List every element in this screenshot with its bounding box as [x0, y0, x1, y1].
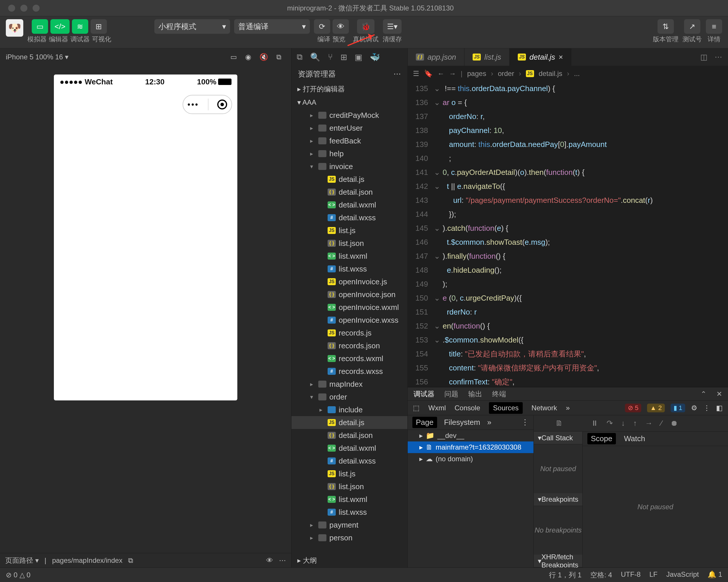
folder-item[interactable]: ▾invoice: [291, 160, 407, 173]
tree-icon[interactable]: ☰: [413, 70, 419, 78]
device-select[interactable]: iPhone 5 100% 16 ▾: [6, 53, 69, 61]
file-item[interactable]: JSdetail.js: [291, 416, 407, 429]
folder-item[interactable]: ▸feedBack: [291, 134, 407, 147]
source-tree-item[interactable]: ▸🗎mainframe?t=16328030308: [408, 441, 534, 453]
menu-icon[interactable]: •••: [187, 100, 199, 109]
tab-visual[interactable]: 可视化: [92, 35, 111, 44]
filesystem-tab[interactable]: Filesystem: [444, 418, 480, 427]
mode-select[interactable]: 小程序模式▾: [154, 19, 230, 34]
scope-tab[interactable]: Scope: [587, 433, 616, 444]
file-item[interactable]: JSlist.js: [291, 467, 407, 480]
bookmark-icon[interactable]: 🔖: [424, 70, 433, 78]
mute-icon[interactable]: 🔇: [259, 53, 268, 61]
editor-tab[interactable]: JSlist.js: [465, 48, 510, 66]
root-section[interactable]: ▾ AAA: [291, 96, 407, 109]
devtab-debugger[interactable]: 调试器: [414, 389, 435, 399]
branch-icon[interactable]: ⑂: [328, 52, 333, 62]
tab-editor[interactable]: 编辑器: [49, 35, 68, 44]
problems-count[interactable]: ⊘ 0 △ 0: [6, 571, 31, 579]
deactivate-bp-icon[interactable]: ⁄: [661, 419, 662, 428]
page-tab[interactable]: Page: [412, 417, 437, 428]
details-button[interactable]: ≡: [706, 19, 722, 34]
folder-item[interactable]: ▸person: [291, 531, 407, 544]
file-item[interactable]: { }openInvoice.json: [291, 288, 407, 301]
file-item[interactable]: { }list.json: [291, 237, 407, 250]
preview-button[interactable]: 👁: [333, 19, 349, 34]
more-icon[interactable]: »: [487, 418, 491, 427]
language[interactable]: JavaScript: [666, 570, 699, 580]
code-editor[interactable]: 135⌄ !== this.orderData.payChannel) {136…: [408, 82, 728, 387]
pause-icon[interactable]: ⏸: [591, 419, 598, 428]
path-label[interactable]: 页面路径 ▾: [5, 556, 39, 565]
indent[interactable]: 空格: 4: [590, 570, 612, 580]
more-tools-icon[interactable]: »: [566, 404, 570, 412]
capsule-button[interactable]: •••: [183, 95, 232, 114]
bell-icon[interactable]: 🔔 1: [708, 570, 722, 580]
file-item[interactable]: #detail.wxss: [291, 211, 407, 224]
tool-network[interactable]: Network: [531, 404, 557, 412]
clear-cache-button[interactable]: ☰▾: [383, 19, 401, 34]
tab-more-icon[interactable]: ⋯: [714, 53, 722, 62]
eol[interactable]: LF: [649, 570, 657, 580]
compile-select[interactable]: 普通编译▾: [234, 19, 310, 34]
docker-icon[interactable]: 🐳: [370, 52, 380, 62]
xhr-header[interactable]: ▾ XHR/fetch Breakpoints: [534, 555, 582, 567]
error-badge[interactable]: ⊘ 5: [625, 404, 641, 412]
folder-item[interactable]: ▸payment: [291, 519, 407, 531]
step-into-icon[interactable]: ↓: [621, 419, 625, 428]
more-icon[interactable]: ⋯: [279, 556, 286, 564]
file-item[interactable]: < >list.wxml: [291, 250, 407, 262]
folder-item[interactable]: ▸mapIndex: [291, 378, 407, 390]
source-tree-item[interactable]: ▸☁(no domain): [408, 453, 534, 465]
cursor-pos[interactable]: 行 1，列 1: [549, 570, 581, 580]
file-item[interactable]: JSlist.js: [291, 224, 407, 237]
tool-wxml[interactable]: Wxml: [428, 404, 446, 412]
box-icon[interactable]: ▣: [355, 52, 362, 62]
tab-debugger[interactable]: 调试器: [71, 35, 90, 44]
fwd-icon[interactable]: →: [449, 70, 456, 78]
editor-tab[interactable]: JSdetail.js×: [510, 48, 571, 66]
close-tab-icon[interactable]: ×: [558, 53, 563, 62]
folder-item[interactable]: ▾order: [291, 390, 407, 403]
callstack-header[interactable]: ▾ Call Stack: [534, 432, 582, 444]
simulator-toggle[interactable]: ▭: [32, 19, 48, 34]
file-item[interactable]: #records.wxss: [291, 365, 407, 378]
minimize-window-icon[interactable]: [20, 5, 27, 11]
info-badge[interactable]: ▮ 1: [671, 404, 685, 412]
chevron-up-icon[interactable]: ⌃: [701, 390, 706, 398]
open-editors-section[interactable]: ▸ 打开的编辑器: [291, 82, 407, 96]
file-icon[interactable]: 🗎: [555, 419, 563, 428]
back-icon[interactable]: ←: [437, 70, 444, 78]
file-item[interactable]: < >detail.wxml: [291, 442, 407, 454]
file-item[interactable]: { }records.json: [291, 339, 407, 352]
files-icon[interactable]: ⧉: [297, 52, 303, 62]
debugger-toggle[interactable]: ≋: [72, 19, 88, 34]
folder-item[interactable]: ▸include: [291, 403, 407, 416]
visual-toggle[interactable]: ⊞: [90, 19, 107, 34]
watch-tab[interactable]: Watch: [624, 434, 645, 443]
copy-icon[interactable]: ⧉: [128, 556, 133, 564]
gear-icon[interactable]: ⚙: [691, 404, 697, 412]
file-item[interactable]: JSopenInvoice.js: [291, 275, 407, 288]
dock-icon[interactable]: ◧: [716, 404, 723, 412]
tab-simulator[interactable]: 模拟器: [27, 35, 47, 44]
pause-exc-icon[interactable]: ⏺: [670, 419, 678, 428]
editor-tab[interactable]: { }app.json: [408, 48, 465, 66]
file-item[interactable]: JSdetail.js: [291, 173, 407, 186]
file-item[interactable]: #list.wxss: [291, 262, 407, 275]
file-item[interactable]: < >records.wxml: [291, 352, 407, 365]
project-avatar[interactable]: 🐶: [6, 19, 23, 37]
sim-icon[interactable]: ▭: [230, 53, 237, 61]
search-icon[interactable]: 🔍: [310, 52, 320, 62]
step-over-icon[interactable]: ↷: [606, 419, 613, 428]
folder-item[interactable]: ▸creditPayMock: [291, 109, 407, 122]
zoom-window-icon[interactable]: [33, 5, 40, 11]
file-item[interactable]: { }detail.json: [291, 429, 407, 442]
test-account-button[interactable]: ↗: [684, 19, 700, 34]
breadcrumb[interactable]: ☰ 🔖 ← → | pages› order› JSdetail.js› ...: [408, 66, 728, 82]
file-item[interactable]: { }detail.json: [291, 186, 407, 198]
outline-section[interactable]: ▸ 大纲: [291, 553, 407, 567]
file-item[interactable]: < >openInvoice.wxml: [291, 301, 407, 314]
version-button[interactable]: ⇅: [657, 19, 674, 34]
record-icon[interactable]: ◉: [245, 53, 251, 61]
